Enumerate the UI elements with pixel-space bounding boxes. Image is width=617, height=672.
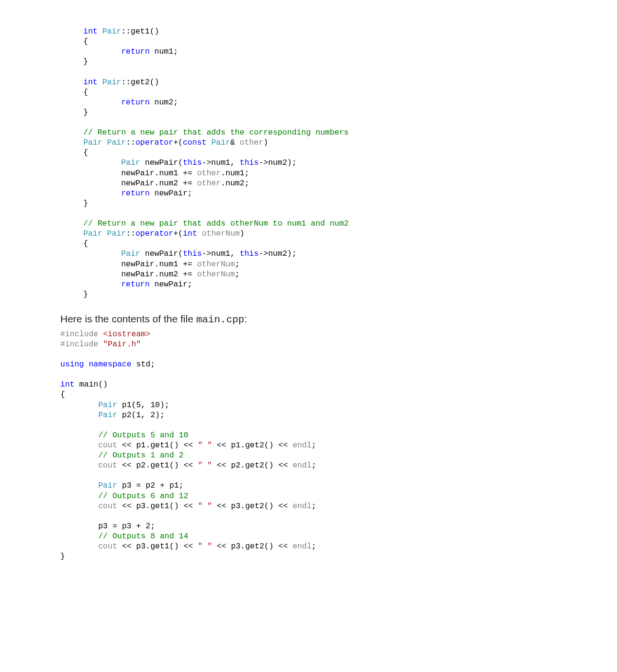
- code-block-pair-cpp: int Pair::get1() { return num1; } int Pa…: [60, 26, 617, 299]
- keyword-return: return: [121, 98, 149, 107]
- keyword-return: return: [121, 47, 149, 56]
- type-pair: Pair: [107, 229, 126, 238]
- keyword-const: const: [183, 138, 207, 147]
- type-pair: Pair: [102, 27, 122, 36]
- endl: endl: [292, 501, 312, 511]
- type-pair: Pair: [121, 249, 140, 258]
- type-pair: Pair: [102, 78, 122, 87]
- keyword-int: int: [60, 380, 75, 389]
- keyword-operator: operator: [135, 229, 173, 238]
- keyword-using: using: [60, 360, 84, 369]
- keyword-this: this: [183, 158, 202, 167]
- keyword-return: return: [121, 189, 149, 198]
- prose-text: Here is the contents of the file main.cp…: [60, 313, 617, 327]
- comment: // Outputs 8 and 14: [98, 532, 188, 541]
- type-pair: Pair: [98, 400, 117, 410]
- include-iostream: <iostream>: [103, 330, 150, 339]
- param-other: other: [197, 169, 221, 178]
- param-othernum: otherNum: [197, 260, 235, 269]
- comment: // Outputs 5 and 10: [98, 431, 188, 440]
- include-pair-h: "Pair.h": [103, 340, 141, 349]
- comment: // Return a new pair that adds otherNum …: [83, 219, 349, 228]
- prose-after: :: [244, 313, 247, 324]
- keyword-this: this: [240, 158, 259, 167]
- prose-before: Here is the contents of the file: [60, 313, 196, 324]
- string-literal: " ": [198, 542, 212, 551]
- param-other: other: [197, 179, 221, 188]
- keyword-this: this: [183, 249, 202, 258]
- type-pair: Pair: [211, 138, 230, 147]
- cout: cout: [98, 461, 117, 470]
- filename: main.cpp: [196, 314, 245, 325]
- preproc-include: #include: [60, 340, 98, 349]
- param-othernum: otherNum: [202, 229, 240, 238]
- keyword-namespace: namespace: [89, 360, 131, 369]
- comment: // Outputs 6 and 12: [98, 491, 188, 501]
- keyword-int: int: [83, 27, 98, 36]
- type-pair: Pair: [98, 481, 117, 490]
- param-other: other: [240, 138, 264, 147]
- cout: cout: [98, 501, 117, 511]
- keyword-int: int: [83, 78, 98, 87]
- cout: cout: [98, 441, 117, 450]
- preproc-include: #include: [60, 330, 98, 339]
- string-literal: " ": [198, 461, 212, 470]
- keyword-int: int: [183, 229, 197, 238]
- endl: endl: [292, 542, 312, 551]
- string-literal: " ": [198, 441, 212, 450]
- type-pair: Pair: [83, 138, 102, 147]
- code-pair-impl: int Pair::get1() { return num1; } int Pa…: [83, 26, 617, 299]
- code-main-cpp: #include <iostream> #include "Pair.h" us…: [60, 329, 617, 562]
- comment: // Return a new pair that adds the corre…: [83, 128, 349, 137]
- endl: endl: [292, 461, 312, 470]
- keyword-return: return: [121, 280, 149, 289]
- comment: // Outputs 1 and 2: [98, 451, 183, 460]
- type-pair: Pair: [121, 158, 140, 167]
- endl: endl: [292, 441, 312, 450]
- type-pair: Pair: [107, 138, 126, 147]
- keyword-operator: operator: [135, 138, 173, 147]
- keyword-this: this: [240, 249, 259, 258]
- param-othernum: otherNum: [197, 270, 235, 279]
- type-pair: Pair: [83, 229, 102, 238]
- type-pair: Pair: [98, 410, 117, 420]
- cout: cout: [98, 542, 117, 551]
- string-literal: " ": [198, 501, 212, 511]
- document-page: int Pair::get1() { return num1; } int Pa…: [0, 0, 617, 619]
